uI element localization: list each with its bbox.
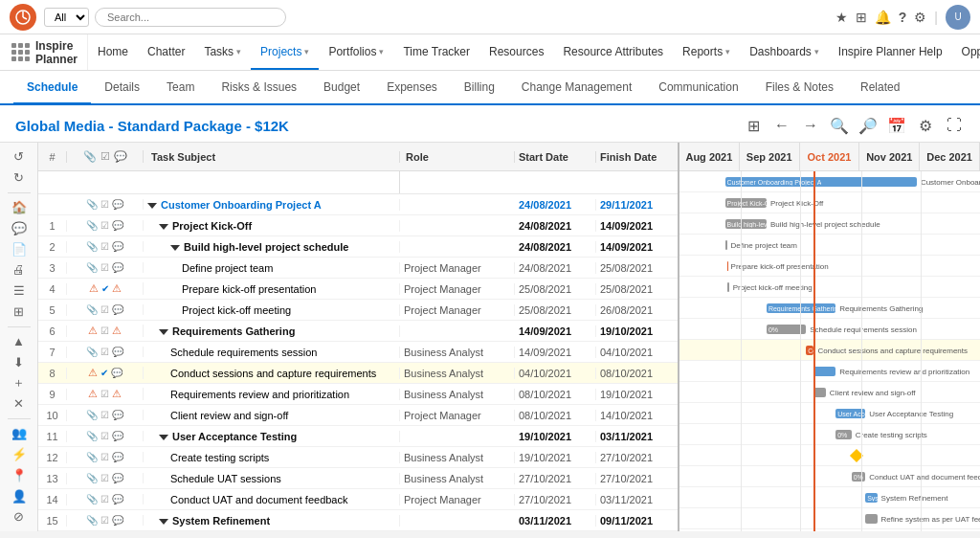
gantt-bar[interactable]: Requirements Gathering bbox=[767, 303, 835, 313]
sidebar-refresh[interactable]: ↺ bbox=[6, 148, 33, 166]
sidebar-down[interactable]: ⬇ bbox=[6, 353, 33, 370]
check-icon[interactable]: ☑ bbox=[100, 347, 109, 357]
sidebar-list[interactable]: ☰ bbox=[6, 282, 33, 300]
gantt-bar[interactable]: Build high-level project schedule bbox=[725, 219, 767, 229]
gantt-bar[interactable] bbox=[727, 282, 729, 292]
task-search-input[interactable] bbox=[144, 171, 400, 193]
sidebar-forward[interactable]: ↻ bbox=[6, 169, 33, 187]
gantt-bar[interactable]: Customer Onboarding Project A bbox=[725, 177, 917, 187]
nav-home[interactable]: Home bbox=[88, 34, 138, 70]
tool-prev[interactable]: ← bbox=[771, 115, 792, 136]
gantt-bar[interactable]: 0% bbox=[852, 472, 865, 482]
tab-related[interactable]: Related bbox=[847, 71, 913, 105]
expand-icon[interactable] bbox=[159, 519, 168, 525]
sidebar-ban[interactable]: ⊘ bbox=[6, 508, 33, 526]
check-icon[interactable]: ☑ bbox=[100, 241, 109, 252]
nav-dashboards[interactable]: Dashboards ▾ bbox=[740, 34, 829, 70]
sidebar-bolt[interactable]: ⚡ bbox=[6, 445, 33, 462]
tab-billing[interactable]: Billing bbox=[451, 71, 508, 105]
nav-tasks[interactable]: Tasks ▾ bbox=[194, 34, 251, 70]
check-icon[interactable]: ☑ bbox=[100, 220, 109, 231]
check-icon[interactable]: ☑ bbox=[100, 325, 109, 336]
tool-next[interactable]: → bbox=[800, 115, 821, 136]
help-icon[interactable]: ? bbox=[899, 10, 907, 25]
gantt-bar[interactable] bbox=[725, 240, 727, 250]
sidebar-home[interactable]: 🏠 bbox=[6, 198, 33, 215]
sidebar-grid2[interactable]: ⊞ bbox=[6, 303, 33, 321]
settings-icon[interactable]: ⚙ bbox=[914, 10, 926, 25]
nav-portfolios[interactable]: Portfolios ▾ bbox=[319, 34, 393, 70]
tool-zoomin[interactable]: 🔍 bbox=[829, 115, 850, 136]
grid-icon[interactable]: ⊞ bbox=[856, 10, 867, 25]
check-icon[interactable]: ☑ bbox=[100, 199, 109, 210]
expand-icon[interactable] bbox=[159, 224, 168, 230]
check-icon[interactable]: ☑ bbox=[100, 304, 109, 315]
check-icon[interactable]: ☑ bbox=[100, 473, 109, 483]
tab-details[interactable]: Details bbox=[91, 71, 153, 105]
nav-items: Home Chatter Tasks ▾ Projects ▾ Portfoli… bbox=[88, 34, 980, 70]
check-icon[interactable]: ✔ bbox=[101, 283, 109, 294]
sidebar-print[interactable]: 🖨 bbox=[6, 261, 33, 279]
nav-timetracker[interactable]: Time Tracker bbox=[393, 34, 479, 70]
nav-opportunities[interactable]: Opportunities ▾ bbox=[952, 34, 980, 70]
tool-grid[interactable]: ⊞ bbox=[743, 115, 764, 136]
gantt-bar[interactable]: System Refinement bbox=[865, 493, 877, 503]
sidebar-chat[interactable]: 💬 bbox=[6, 219, 33, 236]
gantt-bar[interactable]: 25% bbox=[727, 261, 728, 271]
nav-resources[interactable]: Resources bbox=[479, 34, 553, 70]
tab-expenses[interactable]: Expenses bbox=[373, 71, 451, 105]
gantt-bar[interactable] bbox=[865, 514, 877, 524]
search-scope-select[interactable]: All bbox=[44, 8, 89, 27]
gantt-row-label: Build high-level project schedule bbox=[770, 219, 880, 228]
check-icon[interactable]: ✔ bbox=[100, 368, 108, 378]
nav-reports[interactable]: Reports ▾ bbox=[673, 34, 740, 70]
check-icon[interactable]: ☑ bbox=[100, 431, 109, 441]
table-row: 12 📎 ☑ 💬 Create testing scripts Business… bbox=[38, 447, 678, 468]
gantt-bar[interactable]: 0% bbox=[835, 430, 852, 439]
check-icon[interactable]: ☑ bbox=[100, 494, 109, 504]
nav-chatter[interactable]: Chatter bbox=[138, 34, 194, 70]
gantt-row-label: Requirements Gathering bbox=[839, 303, 923, 312]
tool-calendar[interactable]: 📅 bbox=[886, 115, 907, 136]
sidebar-file[interactable]: 📄 bbox=[6, 240, 33, 258]
tab-files-notes[interactable]: Files & Notes bbox=[752, 71, 847, 105]
expand-icon[interactable] bbox=[159, 435, 168, 440]
gantt-bar[interactable]: User Acceptance Testing bbox=[835, 409, 865, 418]
nav-bar: Inspire Planner Home Chatter Tasks ▾ Pro… bbox=[0, 34, 980, 71]
tab-risks-issues[interactable]: Risks & Issues bbox=[208, 71, 310, 105]
tab-change-management[interactable]: Change Management bbox=[508, 71, 645, 105]
expand-icon[interactable] bbox=[147, 203, 157, 209]
check-icon[interactable]: ☑ bbox=[100, 410, 109, 420]
search-input[interactable] bbox=[95, 8, 286, 27]
sidebar-close[interactable]: ✕ bbox=[6, 395, 33, 413]
avatar[interactable]: U bbox=[946, 5, 970, 30]
gantt-bar[interactable]: 0% bbox=[767, 325, 806, 334]
tab-communication[interactable]: Communication bbox=[645, 71, 751, 105]
tool-fullscreen[interactable]: ⛶ bbox=[944, 115, 965, 136]
check-icon[interactable]: ☑ bbox=[100, 452, 109, 462]
sidebar-add[interactable]: ＋ bbox=[6, 374, 33, 392]
gantt-bar[interactable] bbox=[813, 367, 835, 376]
tab-schedule[interactable]: Schedule bbox=[13, 71, 91, 105]
check-icon[interactable]: ☑ bbox=[100, 389, 109, 399]
sidebar-user[interactable]: 👤 bbox=[6, 487, 33, 504]
nav-resource-attributes[interactable]: Resource Attributes bbox=[553, 34, 673, 70]
bell-icon[interactable]: 🔔 bbox=[875, 10, 891, 25]
tab-team[interactable]: Team bbox=[153, 71, 208, 105]
check-icon[interactable]: ☑ bbox=[100, 515, 109, 526]
gantt-bar[interactable]: Conduct sessions... bbox=[806, 346, 813, 355]
tool-zoomout[interactable]: 🔎 bbox=[858, 115, 879, 136]
nav-help[interactable]: Inspire Planner Help bbox=[829, 34, 952, 70]
sidebar-people[interactable]: 👥 bbox=[6, 425, 33, 442]
gantt-bar[interactable] bbox=[813, 388, 825, 397]
expand-icon[interactable] bbox=[170, 245, 180, 251]
sidebar-pin[interactable]: 📍 bbox=[6, 466, 33, 483]
tab-budget[interactable]: Budget bbox=[310, 71, 373, 105]
expand-icon[interactable] bbox=[159, 329, 168, 335]
check-icon[interactable]: ☑ bbox=[100, 262, 109, 273]
tool-settings[interactable]: ⚙ bbox=[915, 115, 936, 136]
gantt-bar[interactable]: Project Kick-Off bbox=[725, 198, 767, 208]
star-icon[interactable]: ★ bbox=[835, 10, 848, 25]
sidebar-up[interactable]: ▲ bbox=[6, 332, 33, 349]
nav-projects[interactable]: Projects ▾ bbox=[251, 34, 319, 70]
